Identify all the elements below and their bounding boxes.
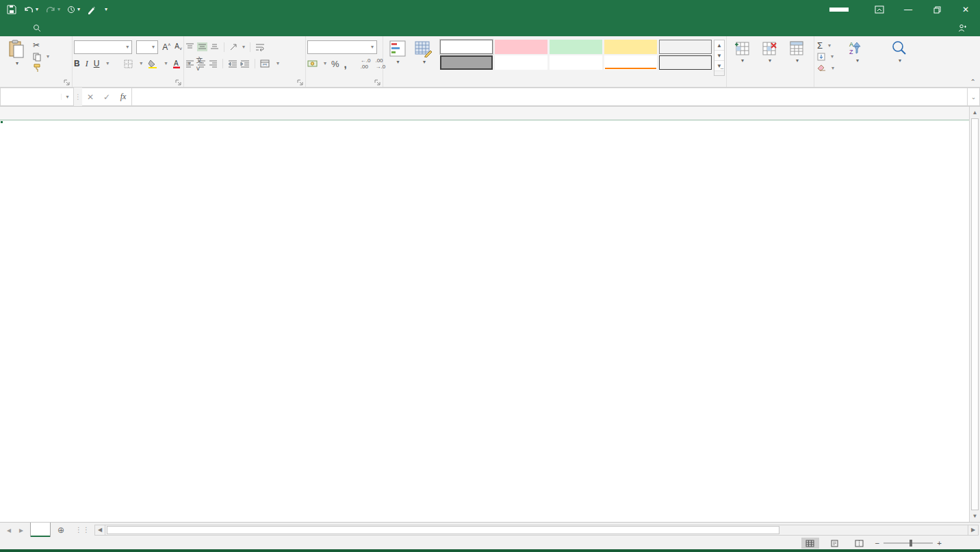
bold-button[interactable]: B xyxy=(74,59,80,68)
italic-button[interactable]: I xyxy=(86,59,88,69)
insert-cells-button[interactable]: ▾ xyxy=(728,38,756,76)
sort-filter-button[interactable]: AZ ▾ xyxy=(836,38,878,76)
gallery-more-icon[interactable]: ▼̲ xyxy=(714,61,724,71)
vertical-scroll-thumb[interactable] xyxy=(971,118,979,510)
scroll-left-icon[interactable]: ◀ xyxy=(94,525,105,536)
align-bottom-icon[interactable] xyxy=(210,43,219,51)
comma-style-icon[interactable]: , xyxy=(344,58,347,70)
format-painter-button[interactable] xyxy=(33,63,49,73)
tell-me-search[interactable] xyxy=(25,21,53,36)
delete-cells-button[interactable]: ▾ xyxy=(756,38,783,76)
tab-scroll-splitter[interactable]: ⋮⋮ xyxy=(71,523,94,537)
normal-view-icon[interactable] xyxy=(801,538,819,549)
sign-in-button[interactable] xyxy=(829,8,849,12)
name-box-dropdown-icon[interactable]: ▾ xyxy=(61,94,73,100)
collapse-ribbon-icon[interactable]: ⌃ xyxy=(970,78,976,86)
number-format-combo[interactable]: ▾ xyxy=(307,40,377,54)
find-select-button[interactable]: ▾ xyxy=(878,38,920,76)
fill-color-icon[interactable] xyxy=(148,60,157,68)
name-box[interactable]: ▾ xyxy=(0,88,74,106)
new-sheet-icon[interactable]: ⊕ xyxy=(51,523,71,537)
vertical-scrollbar[interactable]: ▲ ▼ xyxy=(969,107,980,522)
zoom-out-icon[interactable]: − xyxy=(875,539,880,547)
restore-button[interactable] xyxy=(923,0,951,19)
font-color-icon[interactable]: A xyxy=(172,60,181,68)
expand-formula-bar-icon[interactable]: ⌄ xyxy=(968,88,980,106)
align-center-icon[interactable] xyxy=(197,60,206,68)
autosum-button[interactable]: Σ▾ xyxy=(817,40,834,51)
customize-qat-icon[interactable]: ▾ xyxy=(103,7,107,12)
copy-button[interactable]: ▾ xyxy=(33,52,49,62)
share-button[interactable] xyxy=(947,21,980,36)
sheet-prev-icon[interactable]: ◂ xyxy=(7,525,11,535)
style-warning[interactable] xyxy=(550,55,602,70)
style-output[interactable] xyxy=(659,55,712,70)
paste-button[interactable]: ▾ xyxy=(1,38,31,76)
minimize-button[interactable]: — xyxy=(894,0,923,19)
style-linked-cell[interactable] xyxy=(604,55,657,70)
decrease-indent-icon[interactable] xyxy=(228,60,237,68)
clipboard-dialog-launcher[interactable] xyxy=(64,79,70,86)
style-normal[interactable] xyxy=(440,40,493,54)
sheet-tab-active[interactable] xyxy=(30,523,51,537)
merge-center-icon[interactable] xyxy=(260,60,270,68)
clear-button[interactable]: ▾ xyxy=(817,64,834,74)
scroll-up-icon[interactable]: ▲ xyxy=(970,107,980,118)
style-neutral[interactable] xyxy=(604,40,657,54)
underline-button[interactable]: U xyxy=(94,59,100,68)
style-calculation[interactable] xyxy=(659,40,712,54)
alignment-dialog-launcher[interactable] xyxy=(297,79,304,86)
grow-font-icon[interactable]: A˄ xyxy=(162,42,170,52)
page-break-view-icon[interactable] xyxy=(851,538,868,549)
accounting-format-icon[interactable] xyxy=(307,60,318,68)
gallery-up-icon[interactable]: ▲ xyxy=(714,40,724,51)
increase-decimal-icon[interactable]: ←.0.00 xyxy=(361,57,371,70)
align-middle-icon[interactable] xyxy=(197,42,207,51)
increase-indent-icon[interactable] xyxy=(240,60,250,68)
confirm-entry-icon[interactable]: ✓ xyxy=(99,92,115,102)
zoom-thumb[interactable] xyxy=(910,540,912,547)
scroll-down-icon[interactable]: ▼ xyxy=(970,510,980,522)
borders-icon[interactable] xyxy=(124,60,133,68)
conditional-formatting-button[interactable]: ▾ xyxy=(385,38,410,76)
style-explanatory[interactable] xyxy=(495,55,547,70)
formula-bar-splitter[interactable]: ⋮ xyxy=(74,88,82,106)
fill-button[interactable]: ▾ xyxy=(817,52,834,62)
font-dialog-launcher[interactable] xyxy=(175,79,182,86)
style-bad[interactable] xyxy=(495,40,547,54)
close-button[interactable]: ✕ xyxy=(951,0,980,19)
shrink-font-icon[interactable]: A˅ xyxy=(175,42,182,51)
format-as-table-button[interactable]: ▾ xyxy=(410,38,437,76)
redo-icon[interactable]: ▾ xyxy=(45,5,60,14)
horizontal-scrollbar[interactable]: ◀ ▶ xyxy=(94,525,979,535)
align-top-icon[interactable] xyxy=(185,43,194,51)
zoom-slider[interactable]: − + xyxy=(875,539,942,547)
style-good[interactable] xyxy=(550,40,602,54)
format-cells-button[interactable]: ▾ xyxy=(783,38,810,76)
number-dialog-launcher[interactable] xyxy=(374,79,381,86)
font-size-combo[interactable]: ▾ xyxy=(136,40,158,54)
cancel-entry-icon[interactable]: ✕ xyxy=(82,92,99,102)
align-left-icon[interactable] xyxy=(185,60,194,68)
align-right-icon[interactable] xyxy=(209,60,218,68)
touch-mode-icon[interactable]: ▾ xyxy=(67,5,80,14)
insert-function-icon[interactable]: fx xyxy=(115,92,131,102)
zoom-in-icon[interactable]: + xyxy=(937,539,942,547)
tab-file[interactable] xyxy=(0,29,25,36)
ribbon-display-options-icon[interactable] xyxy=(865,0,894,19)
percent-style-icon[interactable]: % xyxy=(331,59,339,69)
cut-button[interactable]: ✂ xyxy=(33,40,49,51)
wrap-text-icon[interactable] xyxy=(255,43,265,51)
formula-input[interactable] xyxy=(132,88,968,106)
style-check-cell[interactable] xyxy=(440,55,493,70)
undo-icon[interactable]: ▾ xyxy=(23,5,38,14)
gallery-down-icon[interactable]: ▼ xyxy=(714,51,724,61)
font-name-combo[interactable]: ▾ xyxy=(74,40,132,54)
page-layout-view-icon[interactable] xyxy=(826,538,844,549)
scroll-right-icon[interactable]: ▶ xyxy=(968,525,979,536)
horizontal-scroll-thumb[interactable] xyxy=(107,526,779,534)
sheet-next-icon[interactable]: ▸ xyxy=(19,525,23,535)
save-icon[interactable] xyxy=(7,5,16,14)
orientation-icon[interactable] xyxy=(229,43,238,51)
fill-handle[interactable] xyxy=(0,120,3,124)
